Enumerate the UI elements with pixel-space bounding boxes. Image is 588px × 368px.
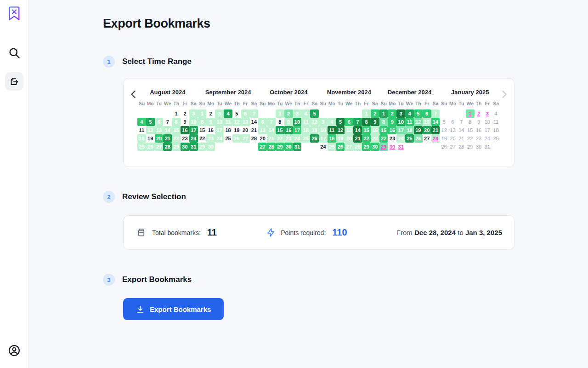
day-cell[interactable]: 19 bbox=[440, 134, 448, 143]
day-cell[interactable]: 27 bbox=[241, 134, 250, 143]
day-cell[interactable]: 10 bbox=[396, 118, 405, 126]
day-cell[interactable]: 14 bbox=[431, 118, 440, 126]
day-cell[interactable]: 16 bbox=[206, 126, 215, 134]
day-cell[interactable]: 1 bbox=[276, 109, 284, 118]
app-logo-bookmark-icon[interactable] bbox=[8, 6, 21, 23]
day-cell[interactable]: 26 bbox=[440, 143, 448, 151]
day-cell[interactable]: 15 bbox=[276, 126, 284, 134]
day-cell[interactable]: 4 bbox=[301, 109, 310, 118]
day-cell[interactable]: 4 bbox=[328, 118, 336, 126]
day-cell[interactable]: 1 bbox=[172, 109, 181, 118]
day-cell[interactable]: 16 bbox=[371, 126, 379, 134]
day-cell[interactable]: 8 bbox=[198, 118, 207, 126]
day-cell[interactable]: 30 bbox=[475, 143, 483, 151]
day-cell[interactable]: 24 bbox=[215, 134, 224, 143]
day-cell[interactable]: 30 bbox=[206, 143, 215, 151]
day-cell[interactable]: 9 bbox=[371, 118, 379, 126]
day-cell[interactable]: 25 bbox=[301, 134, 310, 143]
day-cell[interactable]: 3 bbox=[319, 118, 328, 126]
day-cell[interactable]: 15 bbox=[198, 126, 207, 134]
day-cell[interactable]: 4 bbox=[224, 109, 232, 118]
day-cell[interactable]: 14 bbox=[250, 118, 259, 126]
day-cell[interactable]: 20 bbox=[155, 134, 164, 143]
day-cell[interactable]: 21 bbox=[267, 134, 276, 143]
day-cell[interactable]: 27 bbox=[155, 143, 164, 151]
user-account-icon[interactable] bbox=[8, 344, 21, 359]
day-cell[interactable]: 20 bbox=[258, 134, 267, 143]
day-cell[interactable]: 4 bbox=[492, 109, 500, 118]
day-cell[interactable]: 5 bbox=[146, 118, 155, 126]
day-cell[interactable]: 18 bbox=[224, 126, 232, 134]
day-cell[interactable]: 27 bbox=[423, 134, 431, 143]
day-cell[interactable]: 30 bbox=[181, 143, 189, 151]
day-cell[interactable]: 19 bbox=[414, 126, 423, 134]
day-cell[interactable]: 9 bbox=[181, 118, 189, 126]
day-cell[interactable]: 20 bbox=[423, 126, 431, 134]
day-cell[interactable]: 10 bbox=[483, 118, 492, 126]
day-cell[interactable]: 24 bbox=[293, 134, 302, 143]
day-cell[interactable]: 18 bbox=[328, 134, 336, 143]
search-icon[interactable] bbox=[8, 46, 21, 61]
day-cell[interactable]: 9 bbox=[206, 118, 215, 126]
day-cell[interactable]: 2 bbox=[181, 109, 189, 118]
day-cell[interactable]: 24 bbox=[189, 134, 198, 143]
day-cell[interactable]: 5 bbox=[336, 118, 345, 126]
day-cell[interactable]: 29 bbox=[379, 143, 388, 151]
day-cell[interactable]: 8 bbox=[379, 118, 388, 126]
day-cell[interactable]: 3 bbox=[215, 109, 224, 118]
day-cell[interactable]: 10 bbox=[215, 118, 224, 126]
day-cell[interactable]: 21 bbox=[250, 126, 259, 134]
day-cell[interactable]: 19 bbox=[310, 126, 319, 134]
day-cell[interactable]: 14 bbox=[163, 126, 172, 134]
day-cell[interactable]: 3 bbox=[189, 109, 198, 118]
day-cell[interactable]: 8 bbox=[466, 118, 475, 126]
day-cell[interactable]: 13 bbox=[345, 126, 353, 134]
day-cell[interactable]: 17 bbox=[293, 126, 302, 134]
day-cell[interactable]: 5 bbox=[414, 109, 423, 118]
export-bookmarks-button[interactable]: Export Bookmarks bbox=[123, 298, 224, 320]
day-cell[interactable]: 11 bbox=[224, 118, 232, 126]
day-cell[interactable]: 25 bbox=[328, 143, 336, 151]
day-cell[interactable]: 13 bbox=[423, 118, 431, 126]
day-cell[interactable]: 28 bbox=[457, 143, 466, 151]
day-cell[interactable]: 28 bbox=[163, 143, 172, 151]
day-cell[interactable]: 6 bbox=[345, 118, 353, 126]
day-cell[interactable]: 1 bbox=[379, 109, 388, 118]
day-cell[interactable]: 17 bbox=[396, 126, 405, 134]
day-cell[interactable]: 25 bbox=[137, 143, 146, 151]
day-cell[interactable]: 6 bbox=[423, 109, 431, 118]
day-cell[interactable]: 19 bbox=[336, 134, 345, 143]
day-cell[interactable]: 26 bbox=[310, 134, 319, 143]
day-cell[interactable]: 23 bbox=[284, 134, 293, 143]
day-cell[interactable]: 23 bbox=[181, 134, 189, 143]
day-cell[interactable]: 13 bbox=[241, 118, 250, 126]
day-cell[interactable]: 20 bbox=[241, 126, 250, 134]
day-cell[interactable]: 22 bbox=[379, 134, 388, 143]
day-cell[interactable]: 24 bbox=[483, 134, 492, 143]
day-cell[interactable]: 12 bbox=[336, 126, 345, 134]
day-cell[interactable]: 30 bbox=[371, 143, 379, 151]
day-cell[interactable]: 22 bbox=[362, 134, 371, 143]
day-cell[interactable]: 12 bbox=[232, 118, 241, 126]
day-cell[interactable]: 22 bbox=[466, 134, 475, 143]
day-cell[interactable]: 17 bbox=[215, 126, 224, 134]
day-cell[interactable]: 8 bbox=[362, 118, 371, 126]
day-cell[interactable]: 12 bbox=[440, 126, 448, 134]
day-cell[interactable]: 10 bbox=[189, 118, 198, 126]
day-cell[interactable]: 13 bbox=[448, 126, 457, 134]
day-cell[interactable]: 24 bbox=[396, 134, 405, 143]
day-cell[interactable]: 11 bbox=[301, 118, 310, 126]
day-cell[interactable]: 21 bbox=[353, 134, 362, 143]
day-cell[interactable]: 5 bbox=[310, 109, 319, 118]
day-cell[interactable]: 17 bbox=[319, 134, 328, 143]
day-cell[interactable]: 22 bbox=[172, 134, 181, 143]
day-cell[interactable]: 19 bbox=[232, 126, 241, 134]
day-cell[interactable]: 10 bbox=[319, 126, 328, 134]
day-cell[interactable]: 29 bbox=[362, 143, 371, 151]
day-cell[interactable]: 10 bbox=[293, 118, 302, 126]
day-cell[interactable]: 31 bbox=[189, 143, 198, 151]
day-cell[interactable]: 14 bbox=[267, 126, 276, 134]
day-cell[interactable]: 25 bbox=[224, 134, 232, 143]
day-cell[interactable]: 12 bbox=[146, 126, 155, 134]
day-cell[interactable]: 3 bbox=[396, 109, 405, 118]
